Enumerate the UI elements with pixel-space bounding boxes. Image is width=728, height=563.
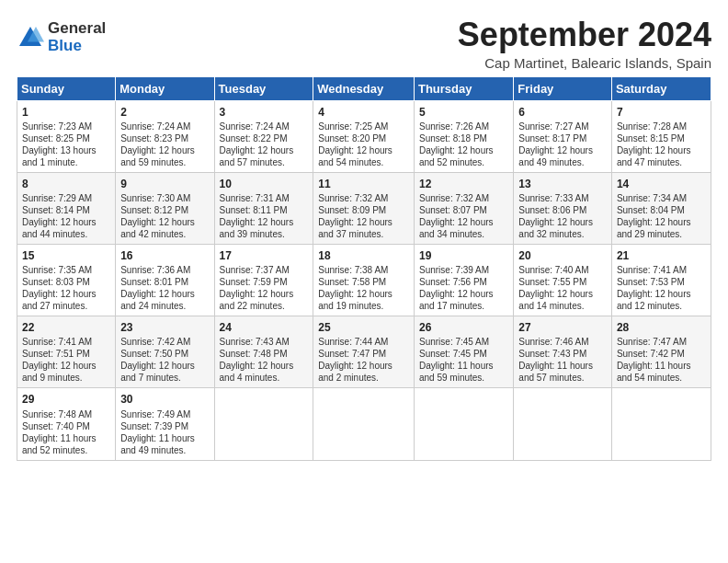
table-row: 28Sunrise: 7:47 AM Sunset: 7:42 PM Dayli… bbox=[611, 316, 711, 388]
day-info: Sunrise: 7:39 AM Sunset: 7:56 PM Dayligh… bbox=[419, 264, 508, 312]
col-thursday: Thursday bbox=[414, 76, 513, 100]
day-info: Sunrise: 7:36 AM Sunset: 8:01 PM Dayligh… bbox=[120, 264, 209, 312]
day-info: Sunrise: 7:44 AM Sunset: 7:47 PM Dayligh… bbox=[318, 336, 409, 384]
main-title: September 2024 bbox=[458, 17, 711, 53]
day-number: 25 bbox=[318, 320, 409, 335]
day-number: 8 bbox=[22, 177, 110, 191]
day-info: Sunrise: 7:34 AM Sunset: 8:04 PM Dayligh… bbox=[617, 192, 706, 240]
logo-area: General Blue bbox=[17, 20, 106, 54]
day-number: 23 bbox=[120, 320, 209, 335]
subtitle: Cap Martinet, Balearic Islands, Spain bbox=[458, 55, 711, 71]
day-number: 19 bbox=[419, 248, 508, 263]
header: General Blue September 2024 Cap Martinet… bbox=[17, 17, 711, 71]
day-info: Sunrise: 7:49 AM Sunset: 7:39 PM Dayligh… bbox=[120, 408, 209, 456]
calendar-week-row: 29Sunrise: 7:48 AM Sunset: 7:40 PM Dayli… bbox=[17, 388, 711, 460]
table-row: 20Sunrise: 7:40 AM Sunset: 7:55 PM Dayli… bbox=[514, 244, 612, 316]
calendar-week-row: 22Sunrise: 7:41 AM Sunset: 7:51 PM Dayli… bbox=[17, 316, 711, 388]
table-row: 7Sunrise: 7:28 AM Sunset: 8:15 PM Daylig… bbox=[611, 100, 711, 172]
table-row: 30Sunrise: 7:49 AM Sunset: 7:39 PM Dayli… bbox=[116, 388, 214, 460]
day-number: 4 bbox=[318, 105, 409, 120]
day-number: 12 bbox=[419, 177, 508, 191]
day-info: Sunrise: 7:29 AM Sunset: 8:14 PM Dayligh… bbox=[22, 192, 110, 240]
day-info: Sunrise: 7:42 AM Sunset: 7:50 PM Dayligh… bbox=[120, 336, 209, 384]
table-row: 17Sunrise: 7:37 AM Sunset: 7:59 PM Dayli… bbox=[214, 244, 313, 316]
day-info: Sunrise: 7:41 AM Sunset: 7:51 PM Dayligh… bbox=[22, 336, 110, 384]
table-row: 9Sunrise: 7:30 AM Sunset: 8:12 PM Daylig… bbox=[116, 172, 214, 244]
day-info: Sunrise: 7:28 AM Sunset: 8:15 PM Dayligh… bbox=[617, 121, 706, 168]
day-number: 30 bbox=[120, 392, 209, 407]
col-wednesday: Wednesday bbox=[313, 76, 415, 100]
page: General Blue September 2024 Cap Martinet… bbox=[0, 0, 728, 563]
day-info: Sunrise: 7:27 AM Sunset: 8:17 PM Dayligh… bbox=[518, 121, 607, 168]
table-row: 22Sunrise: 7:41 AM Sunset: 7:51 PM Dayli… bbox=[17, 316, 116, 388]
day-number: 3 bbox=[220, 105, 309, 120]
day-number: 16 bbox=[120, 248, 209, 263]
day-info: Sunrise: 7:47 AM Sunset: 7:42 PM Dayligh… bbox=[617, 336, 706, 384]
table-row: 29Sunrise: 7:48 AM Sunset: 7:40 PM Dayli… bbox=[17, 388, 116, 460]
table-row: 19Sunrise: 7:39 AM Sunset: 7:56 PM Dayli… bbox=[414, 244, 513, 316]
logo-general: General bbox=[48, 20, 106, 38]
col-monday: Monday bbox=[116, 76, 214, 100]
day-number: 10 bbox=[220, 177, 309, 191]
day-info: Sunrise: 7:38 AM Sunset: 7:58 PM Dayligh… bbox=[318, 264, 409, 312]
col-sunday: Sunday bbox=[17, 76, 116, 100]
day-number: 29 bbox=[22, 392, 110, 407]
day-number: 20 bbox=[518, 248, 607, 263]
day-number: 13 bbox=[518, 177, 607, 191]
table-row: 15Sunrise: 7:35 AM Sunset: 8:03 PM Dayli… bbox=[17, 244, 116, 316]
table-row: 18Sunrise: 7:38 AM Sunset: 7:58 PM Dayli… bbox=[313, 244, 415, 316]
day-info: Sunrise: 7:32 AM Sunset: 8:07 PM Dayligh… bbox=[419, 192, 508, 240]
day-info: Sunrise: 7:45 AM Sunset: 7:45 PM Dayligh… bbox=[419, 336, 508, 384]
day-info: Sunrise: 7:33 AM Sunset: 8:06 PM Dayligh… bbox=[518, 192, 607, 240]
table-row bbox=[414, 388, 513, 460]
table-row: 26Sunrise: 7:45 AM Sunset: 7:45 PM Dayli… bbox=[414, 316, 513, 388]
table-row: 27Sunrise: 7:46 AM Sunset: 7:43 PM Dayli… bbox=[514, 316, 612, 388]
table-row: 21Sunrise: 7:41 AM Sunset: 7:53 PM Dayli… bbox=[611, 244, 711, 316]
day-number: 6 bbox=[518, 105, 607, 120]
table-row: 2Sunrise: 7:24 AM Sunset: 8:23 PM Daylig… bbox=[116, 100, 214, 172]
day-number: 22 bbox=[22, 320, 110, 335]
day-info: Sunrise: 7:24 AM Sunset: 8:23 PM Dayligh… bbox=[120, 121, 209, 168]
table-row: 3Sunrise: 7:24 AM Sunset: 8:22 PM Daylig… bbox=[214, 100, 313, 172]
table-row bbox=[313, 388, 415, 460]
table-row: 16Sunrise: 7:36 AM Sunset: 8:01 PM Dayli… bbox=[116, 244, 214, 316]
day-info: Sunrise: 7:30 AM Sunset: 8:12 PM Dayligh… bbox=[120, 192, 209, 240]
day-number: 27 bbox=[518, 320, 607, 335]
day-info: Sunrise: 7:25 AM Sunset: 8:20 PM Dayligh… bbox=[318, 121, 409, 168]
logo-blue: Blue bbox=[48, 38, 106, 55]
day-info: Sunrise: 7:31 AM Sunset: 8:11 PM Dayligh… bbox=[220, 192, 309, 240]
logo-text: General Blue bbox=[48, 20, 106, 54]
table-row: 13Sunrise: 7:33 AM Sunset: 8:06 PM Dayli… bbox=[514, 172, 612, 244]
day-info: Sunrise: 7:35 AM Sunset: 8:03 PM Dayligh… bbox=[22, 264, 110, 312]
day-info: Sunrise: 7:23 AM Sunset: 8:25 PM Dayligh… bbox=[22, 121, 110, 168]
table-row: 1Sunrise: 7:23 AM Sunset: 8:25 PM Daylig… bbox=[17, 100, 116, 172]
table-row bbox=[514, 388, 612, 460]
calendar-week-row: 1Sunrise: 7:23 AM Sunset: 8:25 PM Daylig… bbox=[17, 100, 711, 172]
day-number: 9 bbox=[120, 177, 209, 191]
day-number: 21 bbox=[617, 248, 706, 263]
day-info: Sunrise: 7:32 AM Sunset: 8:09 PM Dayligh… bbox=[318, 192, 409, 240]
day-number: 1 bbox=[22, 105, 110, 120]
day-number: 18 bbox=[318, 248, 409, 263]
day-number: 28 bbox=[617, 320, 706, 335]
day-info: Sunrise: 7:41 AM Sunset: 7:53 PM Dayligh… bbox=[617, 264, 706, 312]
day-number: 5 bbox=[419, 105, 508, 120]
calendar-week-row: 15Sunrise: 7:35 AM Sunset: 8:03 PM Dayli… bbox=[17, 244, 711, 316]
logo-icon bbox=[17, 24, 44, 52]
table-row: 11Sunrise: 7:32 AM Sunset: 8:09 PM Dayli… bbox=[313, 172, 415, 244]
calendar-week-row: 8Sunrise: 7:29 AM Sunset: 8:14 PM Daylig… bbox=[17, 172, 711, 244]
calendar-table: Sunday Monday Tuesday Wednesday Thursday… bbox=[17, 76, 711, 461]
table-row: 4Sunrise: 7:25 AM Sunset: 8:20 PM Daylig… bbox=[313, 100, 415, 172]
table-row: 25Sunrise: 7:44 AM Sunset: 7:47 PM Dayli… bbox=[313, 316, 415, 388]
table-row: 23Sunrise: 7:42 AM Sunset: 7:50 PM Dayli… bbox=[116, 316, 214, 388]
table-row bbox=[611, 388, 711, 460]
day-info: Sunrise: 7:48 AM Sunset: 7:40 PM Dayligh… bbox=[22, 408, 110, 456]
day-number: 14 bbox=[617, 177, 706, 191]
day-info: Sunrise: 7:40 AM Sunset: 7:55 PM Dayligh… bbox=[518, 264, 607, 312]
day-number: 24 bbox=[220, 320, 309, 335]
table-row: 14Sunrise: 7:34 AM Sunset: 8:04 PM Dayli… bbox=[611, 172, 711, 244]
table-row: 24Sunrise: 7:43 AM Sunset: 7:48 PM Dayli… bbox=[214, 316, 313, 388]
day-number: 2 bbox=[120, 105, 209, 120]
day-number: 7 bbox=[617, 105, 706, 120]
title-area: September 2024 Cap Martinet, Balearic Is… bbox=[458, 17, 711, 71]
